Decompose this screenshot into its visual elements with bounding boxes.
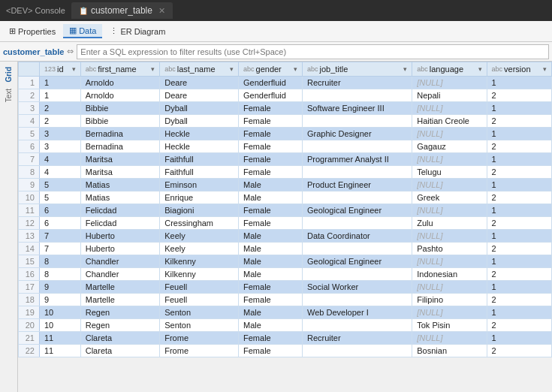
cell-last-name: Kilkenny bbox=[160, 255, 239, 268]
data-button[interactable]: ▦ Data bbox=[63, 24, 102, 38]
cell-version: 2 bbox=[487, 191, 551, 204]
cell-last-name: Kilkenny bbox=[160, 268, 239, 281]
col-header-gender[interactable]: abc gender ▾ bbox=[239, 62, 303, 77]
cell-first-name: Huberto bbox=[80, 230, 160, 243]
er-diagram-button[interactable]: ⋮ ER Diagram bbox=[104, 25, 171, 38]
row-number: 5 bbox=[19, 128, 40, 140]
table-row[interactable]: 2 1 Arnoldo Deare Genderfluid Nepali 2 bbox=[19, 89, 552, 102]
table-row[interactable]: 10 5 Matias Enrique Male Greek 2 bbox=[19, 191, 552, 204]
table-row[interactable]: 17 9 Martelle Feuell Female Social Worke… bbox=[19, 281, 552, 294]
row-number: 7 bbox=[19, 153, 40, 166]
cell-gender: Female bbox=[239, 294, 303, 306]
cell-first-name: Matias bbox=[80, 191, 160, 204]
cell-version: 2 bbox=[487, 89, 551, 102]
sort-icon-version[interactable]: ▾ bbox=[543, 65, 547, 73]
table-container[interactable]: 123 id ▾ abc first_name ▾ bbox=[18, 62, 552, 392]
cell-id: 3 bbox=[40, 128, 81, 140]
cell-first-name: Clareta bbox=[80, 345, 160, 357]
table-row[interactable]: 13 7 Huberto Keely Male Data Coordinator… bbox=[19, 230, 552, 243]
cell-job-title bbox=[302, 89, 412, 102]
table-row[interactable]: 18 9 Martelle Feuell Female Filipino 2 bbox=[19, 294, 552, 306]
cell-version: 1 bbox=[487, 153, 551, 166]
col-header-version[interactable]: abc version ▾ bbox=[487, 62, 551, 77]
cell-gender: Genderfluid bbox=[239, 77, 303, 89]
cell-language: [NULL] bbox=[412, 77, 487, 89]
table-row[interactable]: 19 10 Regen Senton Male Web Developer I … bbox=[19, 306, 552, 319]
sort-icon-first-name[interactable]: ▾ bbox=[151, 65, 155, 73]
table-row[interactable]: 14 7 Huberto Keely Male Pashto 2 bbox=[19, 243, 552, 255]
cell-job-title: Recruiter bbox=[302, 332, 412, 345]
cell-first-name: Felicdad bbox=[80, 217, 160, 230]
table-row[interactable]: 12 6 Felicdad Cressingham Female Zulu 2 bbox=[19, 217, 552, 230]
cell-job-title: Product Engineer bbox=[302, 179, 412, 191]
cell-first-name: Arnoldo bbox=[80, 89, 160, 102]
cell-language: Zulu bbox=[412, 217, 487, 230]
text-view-button[interactable]: Text bbox=[3, 86, 14, 104]
row-number: 10 bbox=[19, 191, 40, 204]
filter-bar: customer_table ⇔ bbox=[0, 42, 552, 62]
col-header-language[interactable]: abc language ▾ bbox=[412, 62, 487, 77]
table-row[interactable]: 1 1 Arnoldo Deare Genderfluid Recruiter … bbox=[19, 77, 552, 89]
table-row[interactable]: 16 8 Chandler Kilkenny Male Indonesian 2 bbox=[19, 268, 552, 281]
sort-icon-language[interactable]: ▾ bbox=[478, 65, 482, 73]
sort-icon-gender[interactable]: ▾ bbox=[294, 65, 297, 73]
cell-language: Telugu bbox=[412, 166, 487, 179]
cell-last-name: Heckle bbox=[160, 128, 239, 140]
cell-last-name: Frome bbox=[160, 332, 239, 345]
sort-icon-id[interactable]: ▾ bbox=[72, 65, 76, 73]
table-row[interactable]: 22 11 Clareta Frome Female Bosnian 2 bbox=[19, 345, 552, 357]
row-number: 6 bbox=[19, 140, 40, 153]
cell-last-name: Eminson bbox=[160, 179, 239, 191]
cell-id: 3 bbox=[40, 140, 81, 153]
table-row[interactable]: 9 5 Matias Eminson Male Product Engineer… bbox=[19, 179, 552, 191]
cell-id: 10 bbox=[40, 319, 81, 332]
row-number: 3 bbox=[19, 102, 40, 115]
cell-last-name: Senton bbox=[160, 306, 239, 319]
filter-input[interactable] bbox=[77, 44, 549, 59]
cell-version: 1 bbox=[487, 332, 551, 345]
table-row[interactable]: 5 3 Bernadina Heckle Female Graphic Desi… bbox=[19, 128, 552, 140]
table-row[interactable]: 15 8 Chandler Kilkenny Male Geological E… bbox=[19, 255, 552, 268]
row-number: 22 bbox=[19, 345, 40, 357]
table-row[interactable]: 20 10 Regen Senton Male Tok Pisin 2 bbox=[19, 319, 552, 332]
cell-language: [NULL] bbox=[412, 179, 487, 191]
table-row[interactable]: 21 11 Clareta Frome Female Recruiter [NU… bbox=[19, 332, 552, 345]
table-row[interactable]: 4 2 Bibbie Dyball Female Haitian Creole … bbox=[19, 115, 552, 128]
table-row[interactable]: 7 4 Maritsa Faithfull Female Programmer … bbox=[19, 153, 552, 166]
data-icon: ▦ bbox=[69, 26, 77, 35]
cell-last-name: Enrique bbox=[160, 191, 239, 204]
cell-job-title: Geological Engineer bbox=[302, 255, 412, 268]
col-header-id[interactable]: 123 id ▾ bbox=[40, 62, 81, 77]
cell-id: 7 bbox=[40, 230, 81, 243]
cell-language: Pashto bbox=[412, 243, 487, 255]
row-number: 17 bbox=[19, 281, 40, 294]
table-row[interactable]: 8 4 Maritsa Faithfull Female Telugu 2 bbox=[19, 166, 552, 179]
table-row[interactable]: 3 2 Bibbie Dyball Female Software Engine… bbox=[19, 102, 552, 115]
cell-gender: Male bbox=[239, 230, 303, 243]
col-header-last-name[interactable]: abc last_name ▾ bbox=[160, 62, 239, 77]
sort-icon-job-title[interactable]: ▾ bbox=[403, 65, 407, 73]
cell-job-title bbox=[302, 345, 412, 357]
cell-version: 2 bbox=[487, 345, 551, 357]
tab-close-icon[interactable]: ✕ bbox=[158, 6, 165, 16]
properties-button[interactable]: ⊞ Properties bbox=[3, 25, 62, 38]
col-header-job-title[interactable]: abc job_title ▾ bbox=[302, 62, 412, 77]
row-number: 11 bbox=[19, 204, 40, 217]
table-row[interactable]: 6 3 Bernadina Heckle Female Gagauz 2 bbox=[19, 140, 552, 153]
cell-version: 2 bbox=[487, 166, 551, 179]
row-number: 12 bbox=[19, 217, 40, 230]
sort-icon-last-name[interactable]: ▾ bbox=[230, 65, 234, 73]
cell-id: 7 bbox=[40, 243, 81, 255]
cell-language: [NULL] bbox=[412, 255, 487, 268]
table-row[interactable]: 11 6 Felicdad Biagioni Female Geological… bbox=[19, 204, 552, 217]
cell-id: 1 bbox=[40, 77, 81, 89]
cell-first-name: Martelle bbox=[80, 294, 160, 306]
cell-language: Nepali bbox=[412, 89, 487, 102]
cell-version: 1 bbox=[487, 128, 551, 140]
grid-view-button[interactable]: Grid bbox=[3, 65, 14, 85]
cell-first-name: Regen bbox=[80, 319, 160, 332]
cell-gender: Female bbox=[239, 102, 303, 115]
customer-table-tab[interactable]: 📋 customer_table ✕ bbox=[71, 2, 173, 19]
row-number: 21 bbox=[19, 332, 40, 345]
col-header-first-name[interactable]: abc first_name ▾ bbox=[80, 62, 160, 77]
